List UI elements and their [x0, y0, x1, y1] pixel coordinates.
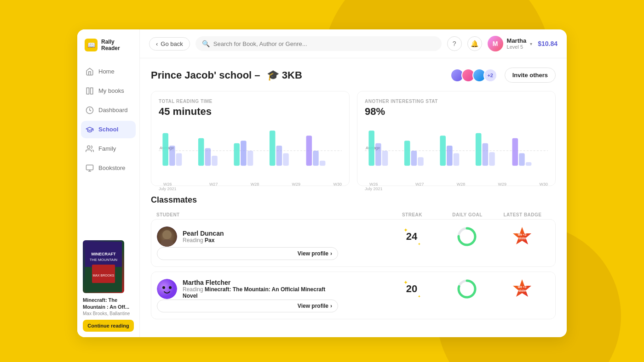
sidebar-item-school[interactable]: School — [81, 121, 136, 138]
back-button[interactable]: ‹ Go back — [149, 37, 190, 51]
page-header-right: +2 Invite others — [450, 68, 556, 83]
avatar-plus-count: +2 — [483, 68, 497, 82]
svg-rect-32 — [375, 143, 381, 166]
classmate-reading: Reading Pax — [183, 237, 224, 243]
avatar-group: +2 — [450, 68, 497, 82]
svg-rect-31 — [368, 130, 374, 165]
svg-rect-27 — [313, 151, 319, 166]
streak-cell: ✦ 24 ✦ — [384, 231, 439, 243]
svg-rect-38 — [447, 146, 453, 166]
chevron-right-icon: › — [330, 250, 332, 257]
chart2-area: Average — [365, 123, 548, 178]
avatar — [157, 226, 177, 247]
table-row: Pearl Duncan Reading Pax ✦ 24 ✦ — [151, 219, 556, 267]
sparkle-icon: ✦ — [418, 242, 421, 246]
badge-text: We <3Persistence — [514, 233, 531, 240]
svg-rect-16 — [176, 153, 182, 165]
classmate-info: Pearl Duncan Reading Pax — [157, 226, 338, 247]
chart2-x-labels: W26July 2021 W27 W28 W29 W30 — [365, 182, 548, 191]
chevron-right-icon: › — [330, 303, 332, 309]
chart-card-reading-time: TOTAL READING TIME 45 minutes Average — [151, 91, 350, 186]
user-name: Martha — [507, 37, 527, 45]
svg-rect-40 — [476, 133, 482, 166]
notifications-button[interactable]: 🔔 — [467, 36, 482, 51]
sidebar-item-label: School — [98, 126, 118, 133]
continue-reading-button[interactable]: Continue reading — [83, 320, 134, 332]
search-bar: 🔍 — [196, 36, 442, 51]
search-input[interactable] — [213, 40, 435, 47]
view-profile-button[interactable]: View profile › — [157, 247, 338, 260]
user-level: Level 5 — [507, 44, 527, 50]
svg-text:MAX BROOKS: MAX BROOKS — [92, 274, 114, 277]
svg-point-54 — [169, 286, 172, 289]
chart1-x-labels: W26July 2021 W27 W28 W29 W30 — [159, 182, 342, 191]
streak-cell: ✦ 20 ✦ — [384, 283, 439, 295]
svg-rect-37 — [440, 136, 446, 165]
sidebar-item-label: Home — [98, 68, 115, 75]
book-title: Minecraft: The Mountain : An Off... — [83, 297, 134, 310]
logo-icon: 📖 — [85, 39, 98, 51]
avatar: M — [488, 36, 503, 51]
svg-rect-19 — [212, 156, 218, 166]
sparkle-icon: ✦ — [418, 294, 421, 299]
sidebar-item-home[interactable]: Home — [81, 63, 136, 80]
svg-rect-44 — [519, 153, 525, 165]
svg-text:THE MOUNTAIN: THE MOUNTAIN — [90, 258, 118, 262]
svg-rect-21 — [241, 141, 247, 166]
badge-text: We <3Persistence — [514, 285, 531, 293]
book-author: Max Brooks, Ballantine — [83, 311, 134, 316]
book-card: MINECRAFT THE MOUNTAIN MAX BROOKS Minecr… — [77, 235, 139, 337]
sparkle-icon: ✦ — [403, 279, 408, 286]
svg-rect-36 — [418, 157, 424, 166]
view-profile-button[interactable]: View profile › — [157, 300, 338, 312]
sidebar-item-my-books[interactable]: My books — [81, 82, 136, 100]
sidebar-item-family[interactable]: Family — [81, 140, 136, 158]
sidebar: 📖 Rally Reader Home My books — [77, 29, 140, 337]
sidebar-item-dashboard[interactable]: Dashboard — [81, 102, 136, 119]
svg-rect-4 — [86, 165, 93, 170]
svg-rect-33 — [382, 151, 388, 166]
sidebar-item-label: Dashboard — [98, 107, 128, 113]
charts-row: TOTAL READING TIME 45 minutes Average — [151, 91, 556, 186]
header-right: ? 🔔 M Martha Level 5 ▾ $10.84 — [447, 36, 558, 51]
page-title: Prince Jacob' school – 🎓 3KB — [151, 69, 302, 81]
header: ‹ Go back 🔍 ? 🔔 M Martha Level 5 ▾ $1 — [140, 29, 567, 58]
svg-rect-20 — [234, 143, 240, 166]
classmate-reading: Reading Minecraft: The Mountain: An Offi… — [183, 286, 338, 299]
classmates-title: Classmates — [151, 195, 556, 205]
classmates-section: Classmates STUDENT STREAK DAILY GOAL LAT… — [151, 195, 556, 319]
svg-rect-34 — [404, 141, 410, 166]
bookstore-icon — [86, 164, 94, 172]
school-icon — [86, 125, 94, 134]
help-button[interactable]: ? — [447, 36, 462, 51]
svg-rect-0 — [86, 88, 89, 94]
svg-rect-22 — [247, 151, 253, 166]
svg-rect-23 — [270, 130, 276, 165]
chart1-label: TOTAL READING TIME — [159, 99, 342, 104]
svg-rect-18 — [205, 148, 211, 166]
chart2-value: 98% — [365, 106, 548, 118]
classmate-info: Martha Fletcher Reading Minecraft: The M… — [157, 279, 338, 299]
invite-others-button[interactable]: Invite others — [505, 68, 556, 83]
dashboard-icon — [86, 106, 94, 114]
sparkle-icon: ✦ — [403, 227, 408, 233]
logo-area: 📖 Rally Reader — [77, 29, 139, 63]
sidebar-item-bookstore[interactable]: Bookstore — [81, 159, 136, 177]
svg-rect-28 — [320, 161, 326, 166]
svg-rect-43 — [512, 138, 518, 166]
page-content: Prince Jacob' school – 🎓 3KB +2 Invite o… — [140, 58, 567, 337]
badge-cell: We <3Persistence — [494, 278, 550, 300]
svg-rect-14 — [162, 133, 168, 166]
user-area[interactable]: M Martha Level 5 ▾ — [488, 36, 533, 51]
svg-rect-24 — [276, 146, 282, 166]
main-content: ‹ Go back 🔍 ? 🔔 M Martha Level 5 ▾ $1 — [140, 29, 567, 337]
chart1-area: Average — [159, 123, 342, 178]
badge-cell: We <3Persistence — [494, 226, 550, 247]
table-row: Martha Fletcher Reading Minecraft: The M… — [151, 272, 556, 319]
svg-rect-26 — [306, 136, 312, 165]
search-icon: 🔍 — [202, 40, 210, 47]
svg-rect-25 — [283, 153, 289, 165]
svg-text:MINECRAFT: MINECRAFT — [92, 252, 116, 256]
svg-rect-1 — [91, 88, 93, 94]
svg-rect-17 — [198, 138, 204, 166]
